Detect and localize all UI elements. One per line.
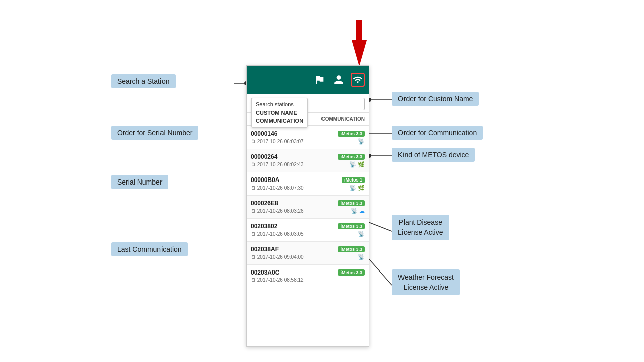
- station-id: 00000B0A: [251, 176, 279, 184]
- station-icons: 📡: [358, 254, 365, 260]
- comm-wifi-icon: 📡: [349, 161, 356, 168]
- device-badge: iMetos 3.3: [338, 223, 365, 229]
- station-icons: 📡: [358, 138, 365, 145]
- search-tooltip: Search stations CUSTOM NAME COMMUNICATIO…: [251, 98, 308, 128]
- station-id: 00203A0C: [251, 269, 279, 276]
- station-date: 🗓 2017-10-26 08:03:26: [251, 208, 304, 214]
- flag-icon[interactable]: [312, 73, 327, 87]
- station-date: 🗓 2017-10-26 08:03:05: [251, 231, 304, 237]
- device-badge: iMetos 3.3: [338, 246, 365, 252]
- device-badge: iMetos 3.3: [338, 269, 365, 276]
- station-id: 00000146: [251, 130, 277, 137]
- station-date: 🗓 2017-10-26 08:07:30: [251, 185, 304, 191]
- device-badge: iMetos 3.3: [338, 131, 365, 137]
- annotation-search-station: Search a Station: [111, 74, 176, 88]
- station-date: 🗓 2017-10-26 08:58:12: [251, 277, 304, 283]
- station-item[interactable]: 002038AF iMetos 3.3 🗓 2017-10-26 09:04:0…: [247, 242, 369, 265]
- station-icons: 📡: [358, 231, 365, 237]
- station-item[interactable]: 00000B0A iMetos 1 🗓 2017-10-26 08:07:30 …: [247, 172, 369, 196]
- leaf-icon: 🌿: [358, 161, 365, 168]
- station-item[interactable]: 00000146 iMetos 3.3 🗓 2017-10-26 06:03:0…: [247, 126, 369, 149]
- annotation-last-comm: Last Communication: [111, 242, 188, 256]
- annotation-order-serial: Order for Serial Number: [111, 126, 198, 140]
- annotation-order-custom: Order for Custom Name: [392, 92, 479, 106]
- station-item[interactable]: 00000264 iMetos 3.3 🗓 2017-10-26 08:02:4…: [247, 149, 369, 172]
- station-id: 00000264: [251, 153, 277, 160]
- wifi-icon[interactable]: [351, 73, 365, 87]
- red-arrow-outline: [352, 40, 367, 66]
- station-date: 🗓 2017-10-26 06:03:07: [251, 139, 304, 144]
- annotation-kind-metos: Kind of METOS device: [392, 148, 475, 162]
- station-id: 002038AF: [251, 246, 279, 253]
- device-badge: iMetos 1: [342, 177, 365, 183]
- station-icons: 📡🌿: [349, 185, 365, 191]
- leaf-icon: 🌿: [358, 185, 365, 191]
- comm-wifi-icon: 📡: [358, 138, 365, 145]
- comm-wifi-icon: 📡: [351, 208, 358, 214]
- station-date: 🗓 2017-10-26 08:02:43: [251, 162, 304, 167]
- station-id: 00203802: [251, 223, 277, 230]
- comm-wifi-icon: 📡: [358, 231, 365, 237]
- annotation-plant-disease: Plant DiseaseLicense Active: [392, 215, 449, 240]
- station-icons: 📡☁: [351, 208, 365, 214]
- station-item[interactable]: 00203802 iMetos 3.3 🗓 2017-10-26 08:03:0…: [247, 219, 369, 242]
- station-date: 🗓 2017-10-26 09:04:00: [251, 254, 304, 260]
- comm-wifi-icon: 📡: [349, 185, 356, 191]
- station-icons: 📡🌿: [349, 161, 365, 168]
- cloud-icon: ☁: [359, 208, 365, 214]
- annotation-serial-number: Serial Number: [111, 175, 168, 189]
- station-item[interactable]: 00203A0C iMetos 3.3 🗓 2017-10-26 08:58:1…: [247, 265, 369, 287]
- communication-header[interactable]: COMMUNICATION: [321, 116, 365, 122]
- comm-wifi-icon: 📡: [358, 254, 365, 260]
- app-header: [247, 66, 369, 94]
- station-item[interactable]: 000026E8 iMetos 3.3 🗓 2017-10-26 08:03:2…: [247, 196, 369, 219]
- station-list: 00000146 iMetos 3.3 🗓 2017-10-26 06:03:0…: [247, 126, 369, 347]
- device-badge: iMetos 3.3: [338, 154, 365, 160]
- annotation-order-comm: Order for Communication: [392, 126, 483, 140]
- annotation-weather-forecast: Weather ForecastLicense Active: [392, 269, 460, 295]
- station-id: 000026E8: [251, 200, 278, 207]
- person-icon[interactable]: [332, 73, 346, 87]
- device-badge: iMetos 3.3: [338, 200, 365, 206]
